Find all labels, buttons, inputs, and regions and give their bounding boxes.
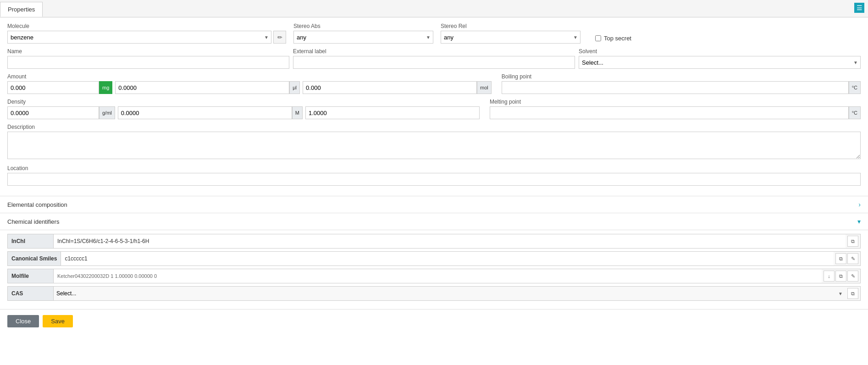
amount-ul-unit: μl (289, 81, 300, 94)
molfile-value: Ketcher04302200032D 1 1.00000 0.00000 0 (54, 269, 822, 283)
stereo-rel-label: Stereo Rel (441, 23, 581, 29)
chemical-identifiers-section: Chemical identifiers ▾ (0, 213, 868, 230)
chemical-identifiers-title: Chemical identifiers (7, 218, 59, 225)
stereo-rel-select[interactable]: any rel (441, 31, 581, 44)
elemental-composition-header[interactable]: Elemental composition › (0, 196, 868, 213)
chemical-identifiers-header[interactable]: Chemical identifiers ▾ (0, 213, 868, 230)
molecule-edit-button[interactable]: ✏ (273, 31, 286, 44)
top-secret-checkbox-label[interactable]: Top secret (595, 35, 631, 42)
elemental-composition-section: Elemental composition › (0, 196, 868, 213)
purity-input[interactable]: 1.0000 (305, 106, 480, 119)
chemical-identifiers-arrow-icon: ▾ (857, 218, 861, 225)
canonical-smiles-row: Canonical Smiles c1ccccc1 ⧉ ✎ (7, 251, 861, 266)
tab-bar: Properties ☰ (0, 0, 868, 17)
cas-row: CAS Select... ▼ ⧉ (7, 286, 861, 301)
molfile-row: Molfile Ketcher04302200032D 1 1.00000 0.… (7, 269, 861, 283)
canonical-smiles-label: Canonical Smiles (8, 252, 61, 265)
molecule-select[interactable]: benzene (7, 31, 271, 44)
cas-copy-button[interactable]: ⧉ (847, 288, 858, 299)
melting-point-unit: °C (849, 106, 861, 119)
footer: Close Save (0, 309, 868, 333)
name-input[interactable] (7, 56, 289, 69)
stereo-abs-select[interactable]: any abs (293, 31, 433, 44)
boiling-point-input[interactable] (502, 81, 849, 94)
amount-ul-input[interactable]: 0.0000 (115, 81, 289, 94)
amount-mol-unit: mol (477, 81, 492, 94)
boiling-point-unit: °C (849, 81, 861, 94)
solvent-select[interactable]: Select... (579, 56, 861, 69)
inchi-copy-button[interactable]: ⧉ (847, 236, 858, 247)
molarity-unit: M (292, 106, 303, 119)
identifier-section: InChI InChI=1S/C6H6/c1-2-4-6-5-3-1/h1-6H… (0, 230, 868, 307)
inchi-value: InChI=1S/C6H6/c1-2-4-6-5-3-1/h1-6H (54, 234, 846, 248)
close-button[interactable]: Close (7, 315, 39, 327)
elemental-composition-title: Elemental composition (7, 201, 67, 208)
top-secret-checkbox[interactable] (595, 35, 601, 41)
external-label-label: External label (293, 48, 575, 55)
boiling-point-label: Boiling point (502, 73, 861, 80)
top-secret-label: Top secret (604, 35, 631, 42)
corner-menu-icon[interactable]: ☰ (854, 3, 864, 13)
molfile-label: Molfile (8, 269, 54, 283)
save-button[interactable]: Save (43, 315, 73, 327)
tab-properties[interactable]: Properties (0, 2, 43, 17)
melting-point-label: Melting point (490, 99, 861, 105)
molfile-copy-button[interactable]: ⧉ (835, 271, 846, 282)
molfile-edit-button[interactable]: ✎ (847, 271, 858, 282)
cas-select[interactable]: Select... (54, 287, 846, 300)
molfile-download-button[interactable]: ↓ (824, 271, 835, 282)
amount-mg-unit: mg (99, 81, 112, 94)
density-label: Density (7, 99, 480, 105)
description-textarea[interactable] (7, 132, 861, 159)
solvent-label: Solvent (579, 48, 861, 55)
name-label: Name (7, 48, 289, 55)
density-unit: g/ml (99, 106, 115, 119)
location-input[interactable] (7, 173, 861, 186)
cas-label: CAS (8, 287, 54, 300)
stereo-abs-label: Stereo Abs (293, 23, 433, 29)
amount-label: Amount (7, 73, 492, 80)
inchi-label: InChI (8, 234, 54, 248)
location-label: Location (7, 165, 861, 171)
melting-point-input[interactable] (490, 106, 849, 119)
amount-mol-input[interactable]: 0.000 (303, 81, 477, 94)
description-label: Description (7, 124, 861, 130)
external-label-input[interactable] (293, 56, 575, 69)
molecule-label: Molecule (7, 23, 286, 29)
cas-select-wrapper: Select... ▼ (54, 287, 846, 300)
density-input[interactable]: 0.0000 (7, 106, 99, 119)
molarity-input[interactable]: 0.0000 (118, 106, 292, 119)
canonical-smiles-copy-button[interactable]: ⧉ (835, 253, 846, 264)
inchi-row: InChI InChI=1S/C6H6/c1-2-4-6-5-3-1/h1-6H… (7, 234, 861, 249)
amount-mg-input[interactable]: 0.000 (7, 81, 99, 94)
elemental-composition-arrow-icon: › (858, 201, 861, 208)
canonical-smiles-value: c1ccccc1 (61, 252, 834, 265)
canonical-smiles-edit-button[interactable]: ✎ (847, 253, 858, 264)
